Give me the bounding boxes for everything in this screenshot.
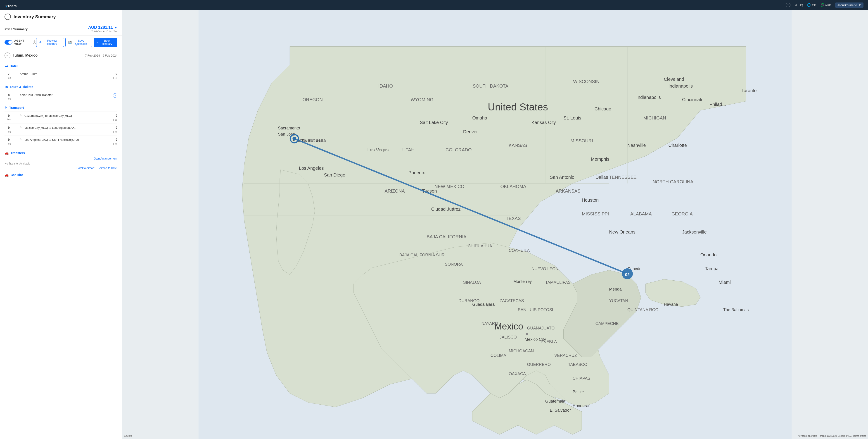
left-panel: ← Inventory Summary Price Summary AUD 12…	[0, 10, 122, 439]
svg-text:BAJA CALIFORNIA SUR: BAJA CALIFORNIA SUR	[399, 253, 445, 257]
svg-text:El Salvador: El Salvador	[550, 408, 571, 412]
svg-text:IDAHO: IDAHO	[378, 84, 393, 88]
svg-text:OREGON: OREGON	[302, 97, 323, 102]
hq-button[interactable]: 🖥 HQ	[795, 3, 803, 7]
svg-text:JALISCO: JALISCO	[500, 335, 517, 340]
keyboard-shortcuts-link[interactable]: Keyboard shortcuts	[798, 435, 817, 437]
agent-info-icon[interactable]: i	[33, 40, 36, 44]
car-hire-section-title: Car Hire	[11, 173, 23, 177]
car-hire-section: 🚗 Car Hire	[4, 173, 117, 177]
svg-text:Mérida: Mérida	[609, 287, 622, 291]
price-amount: AUD 1281.11	[88, 25, 113, 30]
svg-text:Miami: Miami	[718, 280, 731, 285]
svg-text:St. Louis: St. Louis	[564, 115, 581, 120]
svg-text:TAMAULIPAS: TAMAULIPAS	[545, 280, 570, 285]
dest-back-arrow-icon: ←	[6, 54, 9, 57]
svg-text:Belize: Belize	[572, 390, 584, 394]
svg-text:CHIHUAHUA: CHIHUAHUA	[468, 244, 492, 248]
svg-text:WYOMING: WYOMING	[411, 97, 434, 102]
hotel-icon: 🛏	[4, 64, 8, 68]
agent-view-switch[interactable]	[4, 40, 12, 45]
svg-text:ALABAMA: ALABAMA	[630, 211, 652, 216]
svg-text:Philad...: Philad...	[710, 102, 726, 107]
preview-itinerary-button[interactable]: 👁 Preview Itinerary	[36, 38, 64, 47]
back-button[interactable]: ←	[4, 13, 11, 20]
help-icon[interactable]: ?	[786, 3, 790, 7]
transport-0-end-date: 9 Feb	[109, 114, 117, 122]
svg-text:Nashville: Nashville	[627, 143, 646, 148]
svg-text:Phoenix: Phoenix	[408, 170, 425, 175]
svg-text:Indianapolis: Indianapolis	[637, 95, 661, 100]
transport-1-end-date: 9 Feb	[109, 125, 117, 134]
topnav-right: ? 🖥 HQ 🌐 GB 💱 AUD JohnBrouillette ▼	[786, 2, 864, 8]
agent-view-label: AGENT VIEW	[14, 39, 31, 46]
svg-point-2	[6, 6, 7, 7]
user-chevron-icon: ▼	[858, 3, 861, 7]
transport-item-row-0: 9 Feb ✈ Cozumel(CZM) to Mexico City(MEX)…	[4, 112, 117, 123]
svg-text:Memphis: Memphis	[591, 156, 610, 162]
logo: powered by x roam	[4, 2, 25, 8]
svg-text:Houston: Houston	[582, 198, 599, 203]
add-transfer-row: + Hotel to Airport + Airport to Hotel	[4, 167, 117, 170]
tours-start-date: 8 Feb	[4, 93, 13, 101]
svg-text:BAJA CALIFORNIA: BAJA CALIFORNIA	[427, 234, 466, 239]
transport-section-title: Transport	[9, 106, 24, 110]
svg-text:NUEVO LEON: NUEVO LEON	[531, 267, 558, 271]
book-itinerary-button[interactable]: ✓ Book Itinerary	[94, 38, 117, 47]
aud-button[interactable]: 💱 AUD	[820, 3, 831, 7]
agent-view-toggle: AGENT VIEW i	[4, 39, 36, 46]
hotel-section: 🛏 Hotel 7 Feb Aroma Tulum 9 Feb	[4, 64, 117, 82]
eye-icon: 👁	[39, 41, 42, 44]
panel-content: ← Tulum, Mexico 7 Feb 2024 - 9 Feb 2024 …	[0, 49, 122, 439]
svg-text:Chicago: Chicago	[595, 106, 611, 111]
svg-text:Guatemala: Guatemala	[545, 399, 566, 404]
svg-text:roam: roam	[8, 4, 17, 8]
svg-text:ARKANSAS: ARKANSAS	[556, 188, 581, 194]
flight-icon-1: ✈	[20, 125, 22, 129]
svg-text:New Orleans: New Orleans	[609, 230, 636, 234]
tours-section-header: 🎟 Tours & Tickets	[4, 85, 117, 89]
gb-button[interactable]: 🌐 GB	[807, 3, 816, 7]
svg-text:Charlotte: Charlotte	[668, 143, 687, 148]
destination-left: ← Tulum, Mexico	[4, 53, 37, 58]
svg-text:VERACRUZ: VERACRUZ	[554, 353, 577, 358]
transport-1-name: Mexico City(MEX) to Los Angeles(LAX)	[24, 125, 106, 129]
save-quotation-button[interactable]: 💾 Save Quotation	[65, 38, 92, 47]
transfers-section-header: 🚗 Transfers	[4, 151, 117, 155]
destination-row: ← Tulum, Mexico 7 Feb 2024 - 9 Feb 2024	[4, 49, 117, 61]
transport-section: ✈ Transport 9 Feb ✈ Cozumel(CZM) to Mexi…	[4, 106, 117, 148]
svg-text:Salt Lake City: Salt Lake City	[420, 120, 448, 125]
destination-back-button[interactable]: ←	[4, 53, 10, 58]
svg-text:GEORGIA: GEORGIA	[672, 211, 693, 216]
svg-text:Guadalajara: Guadalajara	[472, 302, 495, 306]
svg-text:MICHOACAN: MICHOACAN	[509, 349, 534, 353]
panel-header: ← Inventory Summary	[0, 10, 122, 23]
svg-text:Dallas: Dallas	[595, 175, 608, 180]
hotel-to-airport-link[interactable]: + Hotel to Airport	[74, 167, 95, 170]
transport-section-header: ✈ Transport	[4, 106, 117, 110]
svg-text:COAHUILA: COAHUILA	[509, 248, 530, 253]
destination-dates: 7 Feb 2024 - 9 Feb 2024	[85, 54, 117, 57]
hotel-item-row: 7 Feb Aroma Tulum 9 Feb	[4, 70, 117, 82]
own-arrangement-link[interactable]: Own Arrangement	[94, 157, 117, 160]
airport-to-hotel-link[interactable]: + Airport to Hotel	[97, 167, 117, 170]
svg-text:SAN LUIS POTOSI: SAN LUIS POTOSI	[518, 308, 553, 312]
action-bar: AGENT VIEW i 👁 Preview Itinerary 💾 Save …	[0, 35, 122, 49]
hotel-item-name: Aroma Tulum	[20, 72, 106, 76]
svg-text:Ciudad Juárez: Ciudad Juárez	[431, 207, 461, 212]
tours-section: 🎟 Tours & Tickets 8 Feb Xplor Tour - wit…	[4, 85, 117, 103]
svg-text:NEW MEXICO: NEW MEXICO	[434, 184, 464, 189]
svg-text:Los Angeles: Los Angeles	[299, 166, 324, 171]
svg-text:Mexico: Mexico	[494, 321, 523, 331]
svg-text:Orlando: Orlando	[701, 252, 717, 257]
svg-text:Sacramento: Sacramento	[278, 126, 300, 130]
price-chevron-icon[interactable]: ▼	[114, 26, 117, 29]
svg-text:MISSOURI: MISSOURI	[570, 138, 593, 143]
tours-remove-button[interactable]: ✕	[113, 93, 117, 98]
hq-icon: 🖥	[795, 3, 798, 7]
svg-text:The Bahamas: The Bahamas	[723, 308, 749, 312]
tours-icon: 🎟	[4, 85, 8, 89]
map-svg: United States Mexico OREGON CALIFORNIA I…	[122, 10, 868, 439]
user-menu[interactable]: JohnBrouillette ▼	[835, 2, 864, 8]
price-sub-label: Total Cost AUD inc. Tax	[88, 30, 117, 33]
